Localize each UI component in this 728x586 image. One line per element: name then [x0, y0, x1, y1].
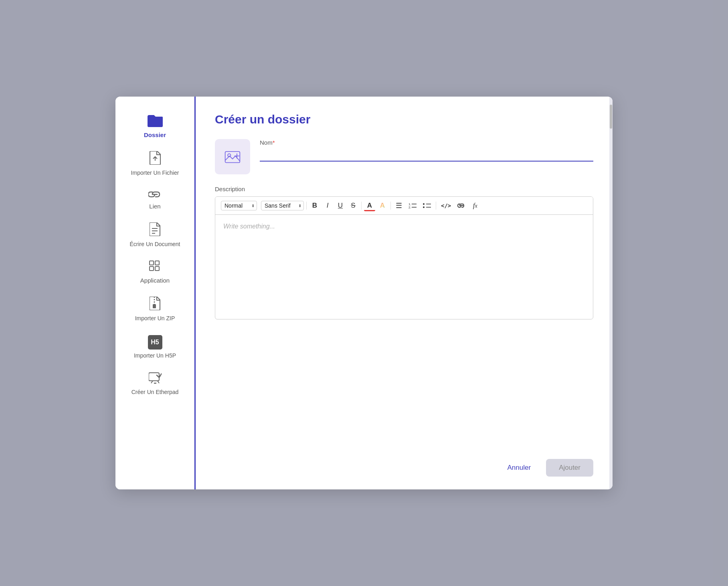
sidebar-label-application: Application: [140, 277, 170, 284]
sidebar-item-ecrire-document[interactable]: Écrire Un Document: [115, 215, 194, 253]
svg-rect-9: [155, 267, 159, 271]
bottom-actions: Annuler Ajouter: [500, 459, 593, 477]
strikethrough-button[interactable]: S: [348, 200, 359, 211]
sidebar-label-importer-zip: Importer Un ZIP: [135, 315, 175, 322]
sidebar-label-dossier: Dossier: [144, 131, 166, 138]
toolbar-sep-1: [306, 202, 307, 210]
svg-rect-8: [150, 267, 154, 271]
folder-icon: [148, 113, 163, 129]
modal-overlay: Dossier Importer Un Fichier: [0, 0, 728, 586]
underline-button[interactable]: U: [335, 200, 346, 211]
name-field-container: Nom*: [260, 139, 593, 163]
sidebar-label-ecrire-document: Écrire Un Document: [129, 240, 180, 248]
unordered-list-button[interactable]: [421, 200, 433, 211]
sidebar-label-importer-h5p: Importer Un H5P: [134, 352, 176, 359]
svg-rect-7: [155, 261, 159, 265]
file-text-icon: [150, 222, 161, 238]
font-select-wrapper[interactable]: Sans Serif Serif Monospace ⬍: [261, 201, 304, 210]
form-name-section: Nom*: [215, 139, 593, 174]
sidebar: Dossier Importer Un Fichier: [115, 97, 196, 489]
file-zip-icon: [150, 297, 161, 312]
svg-rect-14: [225, 152, 240, 163]
sidebar-label-lien: Lien: [149, 203, 160, 210]
sidebar-item-importer-fichier[interactable]: Importer Un Fichier: [115, 144, 194, 182]
sidebar-label-creer-etherpad: Créer Un Etherpad: [131, 388, 179, 396]
sidebar-label-importer-fichier: Importer Un Fichier: [131, 169, 179, 176]
bold-button[interactable]: B: [309, 200, 320, 211]
rte-placeholder: Write something...: [223, 223, 275, 230]
scrollbar: [609, 97, 613, 489]
toolbar-sep-4: [436, 202, 436, 210]
link-button[interactable]: [455, 200, 468, 211]
rich-text-editor: Normal Titre 1 Titre 2 Titre 3 ⬍ Sans Se…: [215, 196, 593, 319]
text-color-button[interactable]: A: [364, 200, 375, 211]
name-label: Nom*: [260, 139, 593, 146]
style-select[interactable]: Normal Titre 1 Titre 2 Titre 3: [221, 201, 257, 210]
svg-rect-12: [149, 373, 159, 381]
rte-toolbar: Normal Titre 1 Titre 2 Titre 3 ⬍ Sans Se…: [215, 197, 593, 215]
align-button[interactable]: ☰: [393, 200, 404, 211]
svg-text:2.: 2.: [408, 206, 411, 209]
link-icon: [148, 189, 162, 200]
svg-rect-11: [153, 304, 156, 308]
sidebar-item-application[interactable]: Application: [115, 253, 194, 289]
svg-rect-6: [150, 261, 154, 265]
toolbar-sep-2: [361, 202, 362, 210]
sidebar-item-lien[interactable]: Lien: [115, 182, 194, 215]
sidebar-item-creer-etherpad[interactable]: Créer Un Etherpad: [115, 365, 194, 401]
grid-icon: [149, 261, 161, 275]
svg-rect-1: [148, 117, 155, 120]
italic-button[interactable]: I: [322, 200, 333, 211]
etherpad-icon: [149, 372, 162, 386]
cancel-button[interactable]: Annuler: [500, 460, 538, 476]
sidebar-item-dossier[interactable]: Dossier: [115, 106, 194, 144]
code-button[interactable]: </>: [439, 200, 453, 211]
main-content: Créer un dossier Nom*: [196, 97, 613, 489]
file-upload-icon: [149, 151, 161, 167]
formula-button[interactable]: fx: [469, 200, 481, 211]
sidebar-item-importer-h5p[interactable]: H5 Importer Un H5P: [115, 328, 194, 365]
page-title: Créer un dossier: [215, 113, 593, 126]
add-button[interactable]: Ajouter: [546, 459, 593, 477]
style-select-wrapper[interactable]: Normal Titre 1 Titre 2 Titre 3 ⬍: [221, 201, 257, 210]
description-section: Description Normal Titre 1 Titre 2 Titre…: [215, 186, 593, 319]
toolbar-sep-3: [390, 202, 391, 210]
scrollbar-thumb: [610, 105, 612, 129]
svg-point-23: [423, 206, 425, 208]
ordered-list-button[interactable]: 1. 2.: [406, 200, 419, 211]
image-upload-placeholder[interactable]: [215, 139, 250, 174]
modal: Dossier Importer Un Fichier: [115, 97, 613, 489]
bg-color-button[interactable]: A: [377, 200, 388, 211]
svg-point-22: [423, 203, 425, 205]
sidebar-item-importer-zip[interactable]: Importer Un ZIP: [115, 289, 194, 327]
name-input[interactable]: [260, 148, 593, 162]
font-select[interactable]: Sans Serif Serif Monospace: [261, 201, 304, 210]
h5p-icon: H5: [148, 335, 162, 350]
description-label: Description: [215, 186, 593, 192]
rte-body[interactable]: Write something...: [215, 215, 593, 319]
